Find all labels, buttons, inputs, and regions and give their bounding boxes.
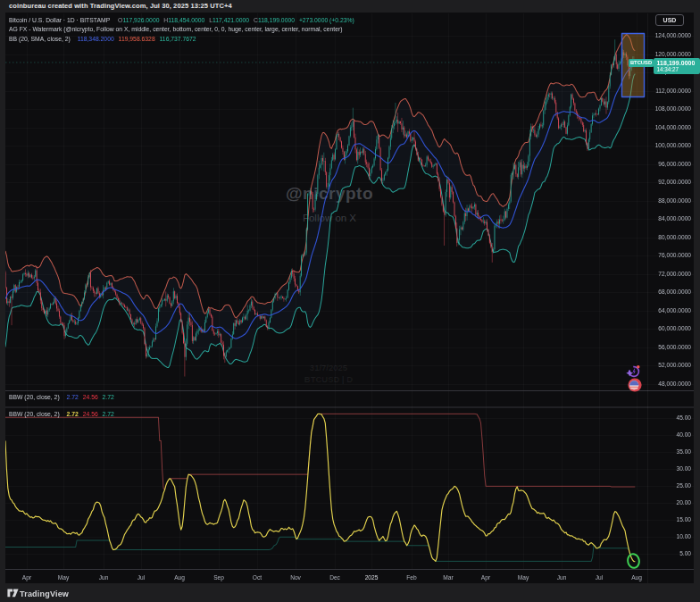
price-axis-label: 76,000.0000 <box>658 252 691 258</box>
watermark-indicator-settings: AG FX - Watermark (@nicrypto, Follow on … <box>9 26 342 32</box>
right-frame-strip <box>694 13 700 583</box>
last-price-badge: 118,199.0000 14:34:27 <box>654 58 700 74</box>
bbw1-lowest: 2.72 <box>103 394 114 400</box>
price-axis-label: 68,000.0000 <box>658 288 691 295</box>
bbw-axis-label: 35.00 <box>676 448 691 455</box>
price-axis-label: 96,000.0000 <box>658 161 691 167</box>
bbw1-highest: 24.56 <box>83 394 98 400</box>
snapshot-title-bar: coinbureau created with TradingView.com,… <box>0 0 700 13</box>
last-price-value: 118,199.0000 <box>657 60 700 66</box>
bb-indicator-legend[interactable]: BB (20, SMA, close, 2) 118,348.2000 119,… <box>9 36 199 42</box>
price-axis-label: 56,000.0000 <box>658 344 691 350</box>
bbw2-highest: 24.56 <box>83 411 98 417</box>
bbw-axis-label: 30.00 <box>676 465 691 472</box>
bbw-axis-label: 10.00 <box>676 533 691 539</box>
bb-label: BB (20, SMA, close, 2) <box>9 36 71 42</box>
change-value: +273.0000 (+0.23%) <box>299 17 354 23</box>
time-axis-label: Jun <box>99 574 109 581</box>
bbw-axis-label: 20.00 <box>676 499 691 506</box>
time-axis-label: Aug <box>631 574 642 581</box>
price-axis-label: 72,000.0000 <box>658 271 691 277</box>
tradingview-logo-icon[interactable] <box>7 588 19 598</box>
bar-countdown: 14:34:27 <box>657 66 700 72</box>
price-axis-label: 52,000.0000 <box>658 362 691 368</box>
time-axis-label: May <box>58 574 69 581</box>
chart-canvas[interactable] <box>0 0 700 602</box>
snapshot-title: coinbureau created with TradingView.com,… <box>9 2 232 10</box>
price-axis-label: 60,000.0000 <box>658 325 691 331</box>
flag-reaction-icon[interactable] <box>627 377 643 393</box>
time-axis-label: Feb <box>406 574 416 581</box>
price-axis-label: 48,000.0000 <box>658 380 691 387</box>
currency-button[interactable]: USD <box>655 14 684 26</box>
time-axis-label: Apr <box>22 574 31 581</box>
footer-bar: TradingView <box>0 583 700 602</box>
price-axis-label: 120,000.0000 <box>655 51 691 57</box>
price-axis-label: 88,000.0000 <box>658 197 691 204</box>
bbw-pane2-legend[interactable]: BBW (20, close, 2) 2.72 24.56 2.72 <box>9 411 117 417</box>
bbw1-label: BBW (20, close, 2) <box>9 394 60 400</box>
time-axis-label: 2025 <box>365 574 379 581</box>
price-axis-label: 92,000.0000 <box>658 179 691 185</box>
price-axis-label: 80,000.0000 <box>658 234 691 240</box>
time-axis-label: Aug <box>174 574 185 581</box>
price-axis-label: 108,000.0000 <box>655 105 691 112</box>
price-axis-label: 112,000.0000 <box>655 88 691 94</box>
bb-upper-value: 119,958.6328 <box>119 36 155 42</box>
price-axis-label: 64,000.0000 <box>658 307 691 314</box>
close-value: 118,199.0000 <box>258 17 295 23</box>
bbw-pane1-legend[interactable]: BBW (20, close, 2) 2.72 24.56 2.72 <box>9 394 117 400</box>
time-axis-label: Jul <box>596 574 603 581</box>
bbw2-lowest: 2.72 <box>103 411 114 417</box>
symbol-price-chip: BTCUSD <box>629 59 654 67</box>
bbw2-label: BBW (20, close, 2) <box>9 411 60 417</box>
high-value: 118,454.0000 <box>168 17 204 23</box>
time-axis-label: Sep <box>213 574 224 581</box>
low-value: 117,421.0000 <box>212 17 249 23</box>
price-axis-label: 100,000.0000 <box>655 142 691 148</box>
time-axis-label: Oct <box>253 574 262 581</box>
symbol-description[interactable]: Bitcoin / U.S. Dollar · 1D · BITSTAMP <box>9 17 110 23</box>
price-axis-label: 84,000.0000 <box>658 215 691 222</box>
main-legend-row[interactable]: Bitcoin / U.S. Dollar · 1D · BITSTAMP O1… <box>9 17 357 23</box>
bb-basis-value: 118,348.2000 <box>78 36 114 42</box>
time-axis-label: May <box>518 574 529 581</box>
time-axis-label: Jul <box>138 574 145 581</box>
bbw-axis-label: 25.00 <box>676 482 691 489</box>
bbw-axis-label: 15.00 <box>676 516 691 523</box>
tradingview-brand[interactable]: TradingView <box>20 589 69 598</box>
bbw-axis-label: 45.00 <box>676 414 691 421</box>
bbw1-value: 2.72 <box>67 394 79 400</box>
bbw-axis-label: 5.00 <box>679 550 691 556</box>
watermark-indicator-legend[interactable]: AG FX - Watermark (@nicrypto, Follow on … <box>9 26 345 32</box>
price-axis-label: 104,000.0000 <box>655 124 691 130</box>
time-axis-label: Apr <box>481 574 490 581</box>
time-axis-label: Dec <box>329 574 340 581</box>
bbw-axis-label: 40.00 <box>676 431 691 438</box>
bbw2-value: 2.72 <box>67 411 79 417</box>
time-axis-label: Nov <box>290 574 301 581</box>
tradingview-chart-window: @nicrypto Follow on X 31/7/2025 BTCUSD |… <box>0 0 700 602</box>
time-axis-label: Jun <box>557 574 567 581</box>
bb-lower-value: 116,737.7672 <box>160 36 196 42</box>
open-value: 117,926.0000 <box>122 17 159 23</box>
price-axis-label: 124,000.0000 <box>655 32 691 38</box>
left-frame-strip <box>0 13 5 583</box>
time-axis-label: Mar <box>443 574 453 581</box>
